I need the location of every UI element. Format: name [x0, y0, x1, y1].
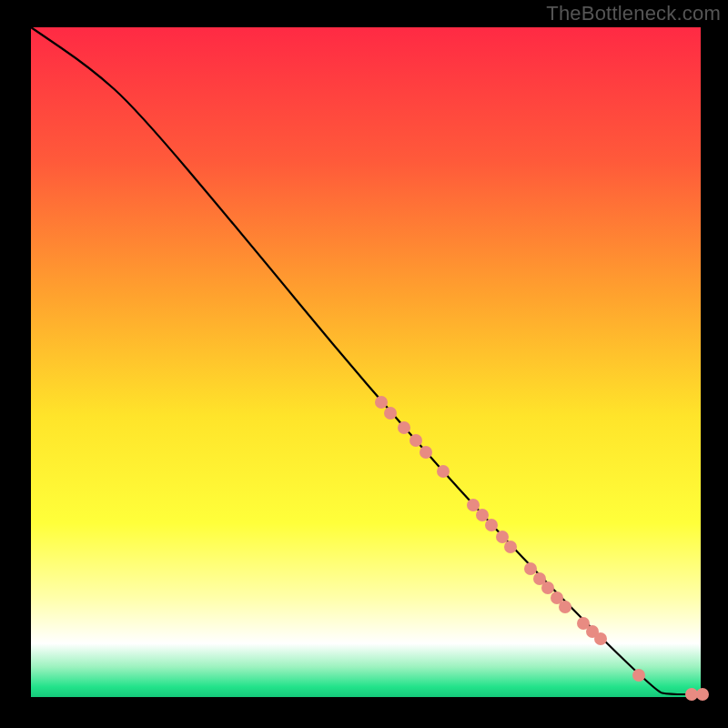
cpu-marker	[476, 509, 489, 521]
cpu-marker	[504, 541, 517, 553]
cpu-marker	[437, 465, 450, 478]
cpu-marker	[398, 421, 410, 434]
cpu-marker	[541, 581, 554, 594]
cpu-marker	[632, 669, 645, 682]
plot-background	[31, 27, 701, 697]
cpu-marker	[594, 632, 607, 645]
cpu-marker	[420, 446, 432, 459]
cpu-marker	[410, 434, 422, 447]
cpu-marker	[696, 688, 709, 701]
cpu-marker	[485, 519, 498, 531]
cpu-marker	[559, 601, 571, 613]
cpu-marker	[685, 688, 698, 701]
watermark-text: TheBottleneck.com	[546, 2, 721, 25]
cpu-marker	[496, 531, 509, 543]
cpu-marker	[467, 499, 480, 511]
chart-svg	[0, 0, 728, 728]
cpu-marker	[524, 562, 537, 575]
cpu-marker	[375, 396, 388, 409]
chart-frame: { "watermark": "TheBottleneck.com", "col…	[0, 0, 728, 728]
cpu-marker	[384, 407, 397, 420]
